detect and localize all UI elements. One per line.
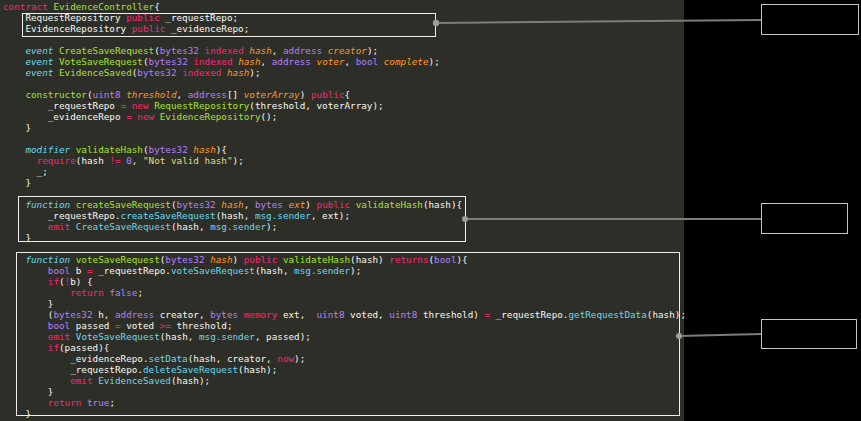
code-token: ); — [233, 155, 244, 166]
highlight-box-state-variables — [22, 13, 436, 37]
code-token: hash — [249, 45, 271, 56]
code-token: bytes32 — [149, 56, 188, 67]
code-line[interactable]: require(hash != 0, "Not valid hash"); — [3, 155, 686, 166]
code-token — [3, 144, 25, 155]
code-token — [3, 89, 25, 100]
code-token: ){ — [216, 144, 227, 155]
code-token: VoteSaveRequest — [59, 56, 143, 67]
code-token: new — [132, 100, 149, 111]
code-line[interactable] — [3, 78, 686, 89]
code-token: EvidenceRepository — [160, 111, 261, 122]
code-token: { — [345, 89, 351, 100]
code-token: bytes32 — [137, 67, 176, 78]
code-token: != — [109, 155, 120, 166]
code-line[interactable]: constructor(uint8 threshold, address[] v… — [3, 89, 686, 100]
code-line[interactable]: event VoteSaveRequest(bytes32 indexed ha… — [3, 56, 686, 67]
code-token: indexed — [205, 45, 244, 56]
code-token: , — [345, 56, 356, 67]
code-token: bool — [356, 56, 378, 67]
code-token: modifier — [25, 144, 75, 155]
code-token: new — [137, 111, 154, 122]
code-token: bytes32 — [160, 45, 199, 56]
code-line[interactable]: _; — [3, 166, 686, 177]
code-token — [3, 155, 37, 166]
code-line[interactable]: _evidenceRepo = new EvidenceRepository()… — [3, 111, 686, 122]
code-token: address — [188, 89, 227, 100]
code-token: ) — [300, 89, 311, 100]
code-token: hash — [193, 144, 215, 155]
code-token: CreateSaveRequest — [59, 45, 154, 56]
code-token: , — [132, 155, 143, 166]
annotation-box-1 — [761, 4, 859, 35]
code-token: ); — [249, 67, 260, 78]
code-token: event — [25, 67, 59, 78]
code-token: contract — [3, 1, 53, 12]
code-token: _; — [3, 166, 48, 177]
code-token: , — [272, 45, 283, 56]
code-token: threshold — [126, 89, 176, 100]
code-token: [] — [227, 89, 244, 100]
code-token: "Not valid hash" — [143, 155, 233, 166]
code-token: , — [261, 56, 272, 67]
code-token — [3, 67, 25, 78]
code-token: require — [37, 155, 76, 166]
code-token: _requestRepo — [3, 100, 121, 111]
code-token: public — [311, 89, 345, 100]
code-line[interactable] — [3, 133, 686, 144]
code-token: (threshold, voterArray); — [249, 100, 383, 111]
code-token: voterArray — [244, 89, 300, 100]
highlight-box-create-save-request — [18, 196, 466, 242]
code-token: ); — [429, 56, 440, 67]
code-token: complete — [384, 56, 429, 67]
code-token: EvidenceSaved — [59, 67, 132, 78]
code-token — [3, 45, 25, 56]
code-line[interactable]: } — [3, 122, 686, 133]
code-token: indexed — [193, 56, 232, 67]
annotation-box-2 — [761, 203, 848, 234]
screenshot-root: contract EvidenceController{ RequestRepo… — [0, 0, 861, 421]
code-token: _evidenceRepo — [3, 111, 126, 122]
code-token: (hash — [76, 155, 110, 166]
code-line[interactable]: contract EvidenceController{ — [3, 1, 686, 12]
code-token: { — [154, 1, 160, 12]
code-token: constructor — [25, 89, 87, 100]
code-token: bytes32 — [149, 144, 188, 155]
code-token: event — [25, 45, 59, 56]
code-token — [3, 56, 25, 67]
code-line[interactable]: _requestRepo = new RequestRepository(thr… — [3, 100, 686, 111]
code-token: address — [283, 45, 322, 56]
code-token: event — [25, 56, 59, 67]
code-token: ); — [367, 45, 378, 56]
code-token: RequestRepository — [154, 100, 249, 111]
code-token: hash — [227, 67, 249, 78]
code-token: creator — [328, 45, 367, 56]
code-token: hash — [238, 56, 260, 67]
code-token: validateHash — [76, 144, 143, 155]
code-line[interactable]: event CreateSaveRequest(bytes32 indexed … — [3, 45, 686, 56]
code-token: EvidenceController — [53, 1, 154, 12]
code-token: uint8 — [93, 89, 121, 100]
code-token: (); — [261, 111, 278, 122]
connector-line-3 — [679, 334, 761, 336]
code-token: } — [3, 122, 31, 133]
code-line[interactable]: } — [3, 177, 686, 188]
code-line[interactable]: event EvidenceSaved(bytes32 indexed hash… — [3, 67, 686, 78]
code-token: } — [3, 177, 31, 188]
code-token: voter — [317, 56, 345, 67]
code-token: , — [177, 89, 188, 100]
code-token: address — [272, 56, 311, 67]
code-token: indexed — [182, 67, 221, 78]
code-line[interactable]: modifier validateHash(bytes32 hash){ — [3, 144, 686, 155]
highlight-box-vote-save-request — [16, 252, 680, 416]
annotation-box-3 — [761, 319, 857, 349]
